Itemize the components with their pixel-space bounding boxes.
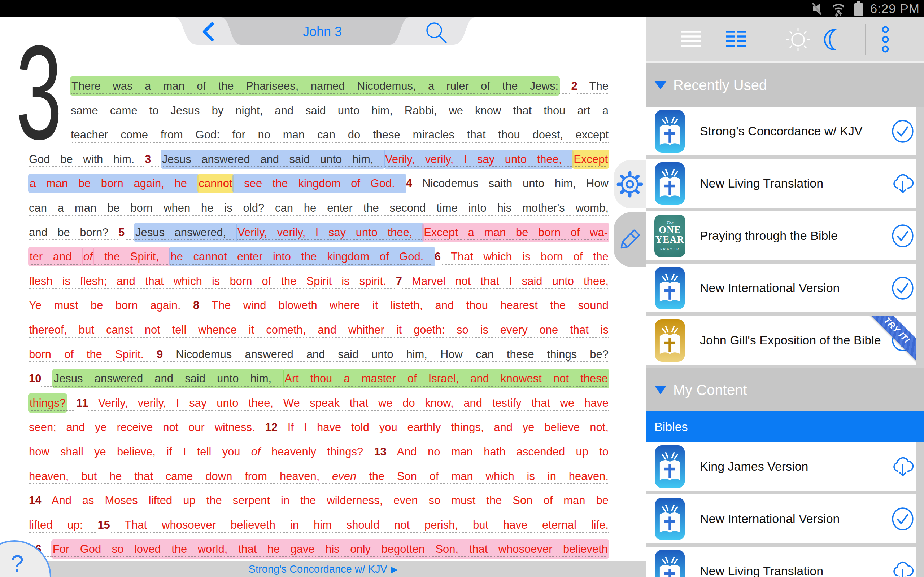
bible-book-icon — [654, 319, 685, 362]
verse-segment — [41, 372, 53, 385]
two-column-view-icon[interactable] — [723, 26, 749, 52]
verse-segment: Jesus answered and said unto him, — [52, 369, 285, 388]
toolbar-divider — [766, 24, 766, 55]
list-item-title: New Living Translation — [700, 564, 823, 577]
verse-number: 7 — [396, 275, 402, 287]
list-item[interactable]: King James Version — [646, 442, 916, 491]
verse-line: how shall ye believe, if I tell you of h… — [29, 440, 609, 464]
verse-segment: There was a man of the Pharisees, named … — [70, 76, 560, 95]
verse-line: born of the Spirit. 9 Nicodemus answered… — [29, 342, 609, 367]
verse-line: God be with him. 3 Jesus answered and sa… — [29, 147, 609, 172]
annotation-tab[interactable] — [614, 212, 646, 267]
verse-line: 16 For God so loved the world, that he g… — [29, 537, 609, 561]
clock: 6:29 PM — [870, 2, 920, 16]
downloaded-check-icon[interactable] — [891, 507, 914, 531]
verse-segment: teacher come from God: for no man can do… — [71, 128, 609, 141]
verse-segment: For God so loved the world, that he gave… — [51, 540, 609, 559]
list-item[interactable]: New International Version — [646, 264, 916, 312]
verse-segment: and be born? — [29, 226, 118, 239]
verse-number: 5 — [118, 226, 124, 239]
play-arrow-icon: ▶ — [391, 564, 397, 574]
list-item-title: Strong's Concordance w/ KJV — [700, 124, 863, 138]
settings-tab[interactable] — [614, 160, 646, 208]
verse-segment: heavenly things? — [261, 445, 374, 458]
verse-segment: even — [332, 470, 356, 482]
list-item-title: New Living Translation — [700, 176, 823, 190]
verse-segment: Verily, verily, I say unto thee, We spea… — [88, 397, 609, 409]
library-sidebar: Recently Used Strong's Concordance w/ KJ… — [646, 17, 924, 577]
question-mark-icon: ? — [11, 550, 24, 577]
verse-segment: That whosoever believeth in him should n… — [110, 519, 609, 531]
list-item-title: New International Version — [700, 281, 840, 295]
list-item[interactable]: New Living Translation — [646, 547, 916, 577]
single-column-view-icon[interactable] — [678, 26, 704, 52]
verse-segment: Ye must be born again. — [29, 299, 193, 311]
verse-segment: Marvel not that I said unto thee, — [402, 275, 609, 287]
verse-number: 15 — [97, 519, 110, 531]
list-item[interactable]: John Gill's Exposition of the Bible TRY … — [646, 316, 916, 364]
battery-icon — [851, 1, 866, 16]
verse-segment: how shall ye believe, if I tell you — [29, 445, 251, 458]
cloud-download-icon[interactable] — [891, 559, 914, 577]
cloud-download-icon[interactable] — [891, 455, 914, 479]
chapter-title[interactable]: John 3 — [303, 24, 342, 39]
list-item[interactable]: Strong's Concordance w/ KJV — [646, 107, 916, 155]
verse-segment: And no man hath ascended up to — [386, 445, 609, 458]
section-header[interactable]: My Content — [646, 368, 924, 411]
subsection-header: Bibles — [646, 411, 924, 442]
verse-number: 14 — [29, 494, 41, 507]
more-options-icon[interactable] — [880, 25, 890, 53]
verse-segment: thereof, but canst not tell whence it co… — [29, 324, 609, 336]
muted-speaker-icon — [809, 1, 825, 16]
one-year-prayer-icon: The ONE YEAR PRAYER — [654, 214, 685, 257]
verse-number: 13 — [374, 445, 386, 458]
bible-book-icon — [654, 498, 685, 540]
verse-segment: of — [82, 247, 94, 266]
verse-line: lifted up: 15 That whosoever believeth i… — [29, 513, 609, 537]
verse-segment: Verily, verily, I say unto thee, — [236, 223, 424, 242]
list-item[interactable]: New International Version — [646, 495, 916, 543]
verse-segment — [559, 80, 571, 92]
cloud-download-icon[interactable] — [891, 172, 914, 195]
status-bar: 6:29 PM — [0, 0, 924, 17]
downloaded-check-icon[interactable] — [891, 276, 914, 300]
verse-segment: God be with him. — [29, 153, 145, 166]
collapse-triangle-icon — [654, 81, 667, 89]
verse-number: 4 — [406, 177, 412, 190]
bible-book-icon — [654, 162, 685, 205]
verse-segment: lifted up: — [29, 519, 97, 531]
day-theme-sun-icon[interactable] — [784, 26, 812, 53]
verse-segment: Except a man be born of wa- — [422, 223, 609, 242]
downloaded-check-icon[interactable] — [891, 224, 914, 248]
list-item[interactable]: The ONE YEAR PRAYER Praying through the … — [646, 211, 916, 260]
collapse-triangle-icon — [654, 385, 667, 394]
resource-switch-bar[interactable]: Strong's Concordance w/ KJV ▶ — [0, 561, 646, 577]
verse-segment: The — [577, 80, 609, 92]
verse-segment: same came to Jesus by night, and said un… — [71, 104, 609, 117]
verse-line: things? 11 Verily, verily, I say unto th… — [29, 391, 609, 416]
section-header[interactable]: Recently Used — [646, 63, 924, 107]
section-title: Recently Used — [673, 77, 767, 93]
verse-number: 8 — [193, 299, 199, 311]
list-item[interactable]: New Living Translation — [646, 159, 916, 208]
verse-line: There was a man of the Pharisees, named … — [29, 74, 609, 98]
night-theme-moon-icon[interactable] — [818, 26, 846, 53]
verse-number: 11 — [76, 397, 89, 409]
list-item-title: Praying through the Bible — [700, 229, 838, 243]
verse-number: 12 — [265, 421, 277, 434]
verse-segment — [124, 226, 135, 239]
library-list: Recently Used Strong's Concordance w/ KJ… — [646, 63, 924, 577]
verse-segment: the Spirit, — [93, 247, 171, 266]
downloaded-check-icon[interactable] — [891, 119, 914, 143]
verse-segment: cannot — [197, 174, 234, 193]
verse-segment: Jesus answered and said unto him, — [161, 150, 385, 169]
verse-line: teacher come from God: for no man can do… — [29, 122, 609, 147]
verse-segment: heaven, but he that came down from heave… — [29, 470, 332, 482]
verse-segment: see the kingdom of God. — [233, 174, 407, 193]
verse-line: a man be born again, he cannot see the k… — [29, 171, 609, 196]
reading-pane: John 3 3 There was a man of the Pharisee… — [0, 17, 646, 561]
section-title: My Content — [673, 382, 747, 398]
bible-book-icon — [654, 267, 685, 309]
verse-segment: flesh is flesh; and that which is born o… — [29, 275, 396, 287]
verse-text: There was a man of the Pharisees, named … — [29, 74, 609, 561]
